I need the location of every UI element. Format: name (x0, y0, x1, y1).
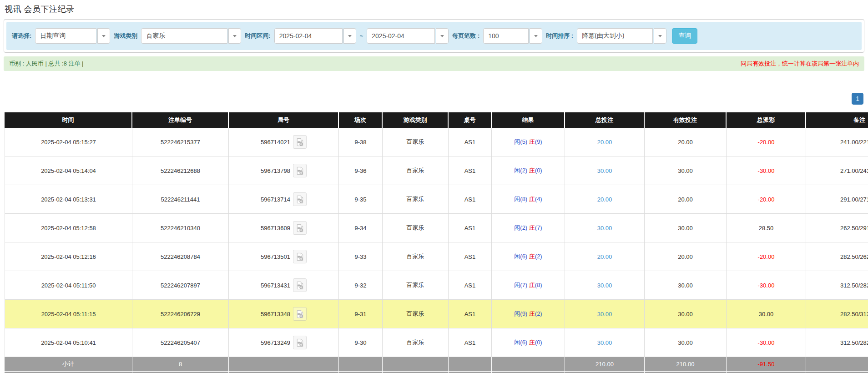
cell-valid-bet: 30.00 (645, 214, 727, 242)
video-replay-button[interactable] (293, 192, 307, 206)
round-id-text: 596713798 (261, 167, 290, 174)
video-replay-button[interactable] (293, 336, 307, 349)
cell-valid-bet: 30.00 (645, 328, 727, 357)
footer-cell-total-bet: 210.00 (565, 357, 645, 372)
page-size-select[interactable]: 100 (483, 28, 542, 44)
cell-game-type: 百家乐 (383, 328, 449, 357)
cell-total-bet[interactable]: 30.00 (565, 214, 645, 242)
chevron-down-icon[interactable] (530, 28, 542, 44)
cell-table-no: AS1 (449, 271, 492, 300)
cell-round-id: 596713714 (229, 185, 339, 214)
video-replay-button[interactable] (293, 135, 307, 149)
table-row: 2025-02-04 05:15:27522246215377596714021… (5, 128, 868, 156)
cell-remark: 282.50/312.50 (806, 300, 868, 328)
video-replay-button[interactable] (293, 164, 307, 177)
cell-table-no: AS1 (449, 242, 492, 271)
video-replay-button[interactable] (293, 250, 307, 263)
summary-notice: 同局有效投注，统一计算在该局第一张注单内 (741, 60, 859, 68)
cell-total-bet[interactable]: 20.00 (565, 242, 645, 271)
cell-table-no: AS1 (449, 128, 492, 156)
cell-remark: 291.00/271.00 (806, 185, 868, 214)
cell-remark: 262.50/291.00 (806, 214, 868, 242)
cell-total-bet[interactable]: 30.00 (565, 328, 645, 357)
footer-cell-time: 小计 (5, 357, 132, 372)
chevron-down-icon[interactable] (97, 28, 110, 44)
cell-total-bet[interactable]: 30.00 (565, 156, 645, 185)
cell-table-no: AS1 (449, 185, 492, 214)
chevron-down-icon[interactable] (654, 28, 666, 44)
query-type-select[interactable]: 日期查询 (35, 28, 110, 44)
footer-cell-remark (806, 357, 868, 372)
filter-bar: 请选择: 日期查询 游戏类别 百家乐 时间区间: 2025-02-04 ~ 20… (6, 22, 862, 50)
cell-bet-id: 522246212688 (132, 156, 229, 185)
cell-time: 2025-02-04 05:10:41 (5, 328, 132, 357)
table-row: 2025-02-04 05:12:58522246210340596713609… (5, 214, 868, 242)
video-file-icon (296, 138, 304, 146)
cell-result: 闲(6) 庄(0) (492, 328, 565, 357)
cell-time: 2025-02-04 05:12:16 (5, 242, 132, 271)
round-id-text: 596713348 (261, 311, 290, 318)
cell-total-bet[interactable]: 30.00 (565, 271, 645, 300)
cell-total-payout: 30.00 (727, 300, 806, 328)
cell-time: 2025-02-04 05:12:58 (5, 214, 132, 242)
result-banker-points: (0) (535, 167, 542, 174)
cell-session: 9-32 (339, 271, 383, 300)
table-row: 2025-02-04 05:14:04522246212688596713798… (5, 156, 868, 185)
footer-cell-session (339, 357, 383, 372)
summary-currency-count: 币别 : 人民币 | 总共 :8 注单 | (9, 60, 84, 68)
column-header-bet-id: 注单编号 (132, 112, 229, 128)
cell-total-payout: -30.00 (727, 271, 806, 300)
date-to-select[interactable]: 2025-02-04 (367, 28, 449, 44)
game-type-select[interactable]: 百家乐 (141, 28, 241, 44)
video-file-icon (296, 281, 304, 290)
query-type-value: 日期查询 (35, 28, 96, 44)
round-id-text: 596713431 (261, 282, 290, 289)
chevron-down-icon (440, 35, 444, 37)
result-player: 闲(2) (514, 167, 527, 174)
chevron-down-icon (233, 35, 237, 37)
cell-time: 2025-02-04 05:11:50 (5, 271, 132, 300)
date-from-select[interactable]: 2025-02-04 (274, 28, 356, 44)
cell-game-type: 百家乐 (383, 214, 449, 242)
round-id-text: 596713609 (261, 225, 290, 232)
page-size-value: 100 (483, 28, 529, 44)
cell-table-no: AS1 (449, 328, 492, 357)
table-header-row: 时间注单编号局号场次游戏类别桌号结果总投注有效投注总派彩备注 (5, 112, 868, 128)
table-row: 2025-02-04 05:11:15522246206729596713348… (5, 300, 868, 328)
cell-bet-id: 522246207897 (132, 271, 229, 300)
round-id-wrap: 596713609 (232, 221, 336, 235)
column-header-valid-bet: 有效投注 (645, 112, 727, 128)
video-file-icon (296, 310, 304, 318)
cell-bet-id: 522246215377 (132, 128, 229, 156)
page-button-1[interactable]: 1 (852, 93, 863, 105)
cell-bet-id: 522246208784 (132, 242, 229, 271)
search-button[interactable]: 查询 (672, 28, 697, 44)
result-banker-points: (4) (535, 196, 542, 202)
footer-cell-result (492, 357, 565, 372)
cell-table-no: AS1 (449, 156, 492, 185)
cell-total-bet[interactable]: 20.00 (565, 185, 645, 214)
cell-time: 2025-02-04 05:11:15 (5, 300, 132, 328)
video-replay-button[interactable] (293, 221, 307, 235)
cell-total-bet[interactable]: 30.00 (565, 300, 645, 328)
date-to-value: 2025-02-04 (367, 28, 435, 44)
video-replay-button[interactable] (293, 278, 307, 292)
round-id-wrap: 596714021 (232, 135, 336, 149)
chevron-down-icon[interactable] (228, 28, 241, 44)
video-file-icon (296, 252, 304, 261)
cell-result: 闲(5) 庄(9) (492, 128, 565, 156)
cell-remark: 241.00/221.00 (806, 128, 868, 156)
chevron-down-icon[interactable] (436, 28, 449, 44)
footer-cell-total-payout: -91.50 (727, 357, 806, 372)
cell-total-payout: 28.50 (727, 214, 806, 242)
video-file-icon (296, 166, 304, 175)
video-replay-button[interactable] (293, 307, 307, 321)
chevron-down-icon[interactable] (343, 28, 356, 44)
cell-bet-id: 522246205407 (132, 328, 229, 357)
cell-valid-bet: 20.00 (645, 185, 727, 214)
column-header-total-payout: 总派彩 (727, 112, 806, 128)
result-banker-points: (9) (535, 138, 542, 145)
cell-remark: 282.50/262.50 (806, 242, 868, 271)
cell-total-bet[interactable]: 20.00 (565, 128, 645, 156)
time-sort-select[interactable]: 降冪(由大到小) (577, 28, 666, 44)
